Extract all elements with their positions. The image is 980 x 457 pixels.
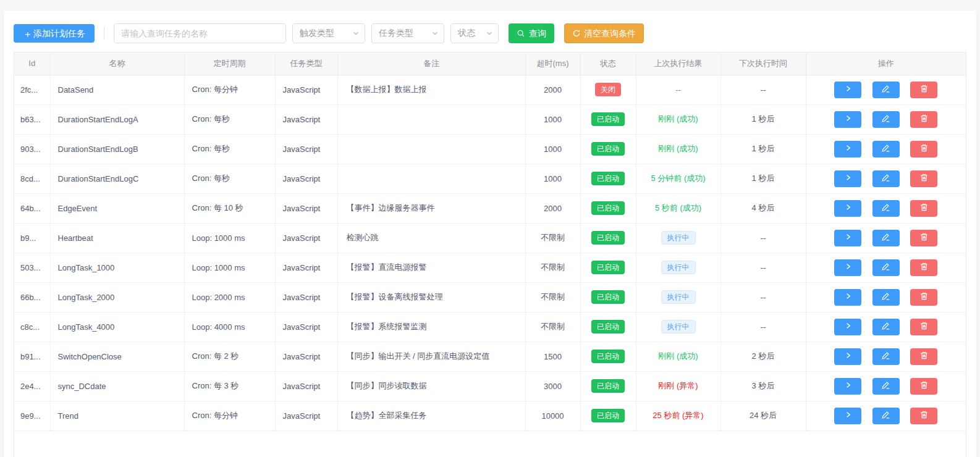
run-task-button[interactable] (834, 259, 861, 276)
cell-next: 3 秒后 (720, 371, 806, 401)
col-header-operations: 操作 (806, 52, 966, 75)
run-task-button[interactable] (834, 230, 861, 246)
table-row: b9... Heartbeat Loop: 1000 ms JavaScript… (14, 223, 966, 253)
cell-note: 【报警】直流电源报警 (337, 253, 525, 282)
delete-task-button[interactable] (910, 348, 937, 365)
cell-timeout: 不限制 (525, 312, 580, 342)
cell-timeout: 1500 (525, 342, 580, 371)
cell-timeout: 10000 (525, 401, 580, 430)
trigger-type-select[interactable]: 触发类型 (292, 23, 365, 43)
edit-task-button[interactable] (872, 378, 900, 395)
run-task-button[interactable] (834, 170, 861, 187)
edit-task-button[interactable] (872, 348, 900, 365)
pencil-icon (881, 380, 890, 392)
delete-task-button[interactable] (910, 319, 937, 335)
status-label: 状态 (458, 28, 475, 39)
cell-next: 24 秒后 (720, 401, 806, 430)
delete-task-button[interactable] (910, 289, 937, 306)
edit-task-button[interactable] (872, 82, 900, 98)
cell-name: Heartbeat (50, 223, 184, 253)
cell-next: -- (720, 253, 806, 282)
add-task-button[interactable]: ＋ 添加计划任务 (14, 24, 95, 43)
task-type-select[interactable]: 任务类型 (371, 23, 444, 43)
cell-name: LongTask_2000 (50, 282, 184, 312)
cell-name: DurationStartEndLogA (50, 104, 184, 134)
toolbar-divider (104, 27, 104, 40)
tasks-table: Id 名称 定时周期 任务类型 备注 超时(ms) 状态 上次执行结果 下次执行… (14, 52, 966, 457)
run-task-button[interactable] (834, 348, 861, 365)
last-result: 执行中 (661, 231, 696, 245)
query-button[interactable]: 查询 (509, 23, 554, 43)
clear-query-button[interactable]: 清空查询条件 (564, 23, 644, 43)
run-task-button[interactable] (834, 319, 861, 335)
pencil-icon (881, 410, 890, 421)
status-badge: 已启动 (591, 290, 625, 304)
chevron-right-icon (843, 173, 853, 184)
last-result: 执行中 (661, 320, 696, 333)
edit-task-button[interactable] (872, 408, 900, 424)
run-task-button[interactable] (834, 289, 861, 306)
chevron-right-icon (843, 321, 853, 332)
cell-id: 64b... (14, 193, 50, 223)
cell-note (337, 104, 525, 134)
delete-task-button[interactable] (910, 141, 937, 157)
pencil-icon (881, 291, 890, 303)
edit-task-button[interactable] (872, 111, 900, 128)
cell-name: DurationStartEndLogC (50, 164, 184, 193)
status-select[interactable]: 状态 (450, 23, 499, 43)
cell-id: b91... (14, 342, 50, 371)
trash-icon (919, 203, 929, 214)
edit-task-button[interactable] (872, 259, 900, 276)
trash-icon (919, 84, 929, 95)
pencil-icon (881, 173, 890, 184)
cell-next: 1 秒后 (720, 164, 806, 193)
refresh-icon (572, 29, 581, 38)
cell-next: -- (720, 75, 806, 104)
delete-task-button[interactable] (910, 111, 937, 128)
edit-task-button[interactable] (872, 289, 900, 306)
col-header-status: 状态 (580, 52, 636, 75)
edit-task-button[interactable] (872, 141, 900, 157)
last-result: 5 分钟前 (成功) (651, 174, 705, 183)
status-badge: 已启动 (591, 231, 625, 245)
status-badge: 已启动 (591, 320, 625, 333)
delete-task-button[interactable] (910, 200, 937, 217)
status-badge: 已启动 (591, 201, 625, 215)
run-task-button[interactable] (834, 111, 861, 128)
run-task-button[interactable] (834, 141, 861, 157)
cell-next: 2 秒后 (720, 342, 806, 371)
delete-task-button[interactable] (910, 408, 937, 424)
edit-task-button[interactable] (872, 319, 900, 335)
edit-task-button[interactable] (872, 200, 900, 217)
trash-icon (919, 173, 929, 184)
trigger-type-label: 触发类型 (300, 28, 334, 39)
delete-task-button[interactable] (910, 259, 937, 276)
trash-icon (919, 291, 929, 303)
cell-type: JavaScript (275, 342, 337, 371)
cell-note (337, 164, 525, 193)
delete-task-button[interactable] (910, 378, 937, 395)
run-task-button[interactable] (834, 378, 861, 395)
run-task-button[interactable] (834, 82, 861, 98)
run-task-button[interactable] (834, 408, 861, 424)
col-header-timeout: 超时(ms) (525, 52, 580, 75)
delete-task-button[interactable] (910, 82, 937, 98)
col-header-next-time: 下次执行时间 (720, 52, 806, 75)
cell-next: 4 秒后 (720, 193, 806, 223)
cell-next: 1 秒后 (720, 104, 806, 134)
chevron-right-icon (843, 203, 853, 214)
task-name-search-input[interactable] (114, 23, 286, 43)
pencil-icon (881, 351, 890, 362)
trash-icon (919, 410, 929, 421)
table-row: 8cd... DurationStartEndLogC Cron: 每秒 Jav… (14, 164, 966, 193)
pencil-icon (881, 321, 890, 332)
edit-task-button[interactable] (872, 230, 900, 246)
run-task-button[interactable] (834, 200, 861, 217)
delete-task-button[interactable] (910, 170, 937, 187)
delete-task-button[interactable] (910, 230, 937, 246)
table-row: c8c... LongTask_4000 Loop: 4000 ms JavaS… (14, 312, 966, 342)
edit-task-button[interactable] (872, 170, 900, 187)
status-badge: 已启动 (591, 379, 625, 393)
table-row: 66b... LongTask_2000 Loop: 2000 ms JavaS… (14, 282, 966, 312)
table-row: 503... LongTask_1000 Loop: 1000 ms JavaS… (14, 253, 966, 282)
